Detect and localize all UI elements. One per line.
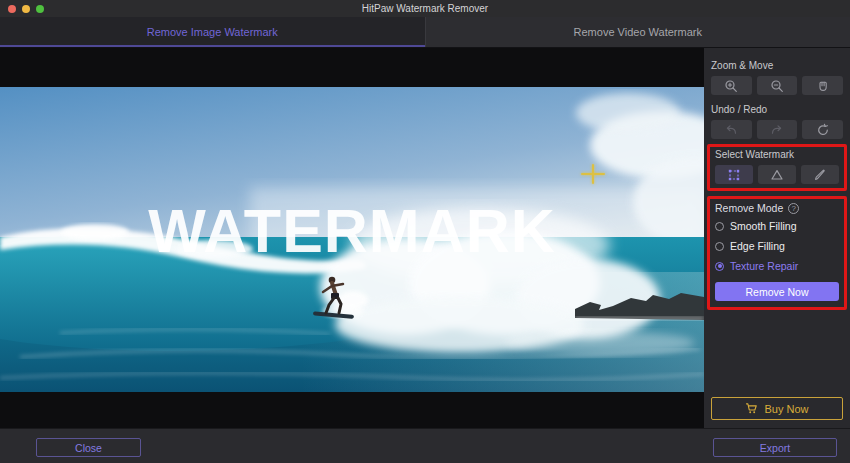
tab-label: Remove Video Watermark <box>574 26 702 38</box>
help-icon[interactable]: ? <box>788 203 799 214</box>
radio-label: Edge Filling <box>730 240 785 252</box>
select-watermark-highlight-box: Select Watermark <box>707 144 847 191</box>
titlebar: HitPaw Watermark Remover <box>0 0 850 17</box>
crosshair-cursor-icon <box>592 164 594 184</box>
close-button[interactable]: Close <box>36 438 141 457</box>
tab-bar: Remove Image Watermark Remove Video Wate… <box>0 17 850 48</box>
zoom-move-buttons <box>711 76 843 95</box>
radio-edge-filling[interactable]: Edge Filling <box>715 238 839 254</box>
triangle-icon <box>770 168 784 182</box>
polygon-select-button[interactable] <box>758 165 796 184</box>
radio-smooth-filling[interactable]: Smooth Filling <box>715 218 839 234</box>
tab-remove-image-watermark[interactable]: Remove Image Watermark <box>0 17 425 47</box>
zoom-in-button[interactable] <box>711 76 752 95</box>
hand-icon <box>816 79 830 93</box>
cart-icon <box>745 402 758 415</box>
redo-button[interactable] <box>757 120 798 139</box>
redo-icon <box>770 123 784 137</box>
brush-select-button[interactable] <box>801 165 839 184</box>
radio-label: Smooth Filling <box>730 220 797 232</box>
image-canvas[interactable]: WATERMARK <box>0 48 704 428</box>
zoom-out-button[interactable] <box>757 76 798 95</box>
preview-photo: WATERMARK <box>0 87 704 392</box>
radio-circle <box>715 222 724 231</box>
undo-redo-label: Undo / Redo <box>711 104 843 115</box>
undo-button[interactable] <box>711 120 752 139</box>
select-watermark-buttons <box>715 165 839 184</box>
tab-remove-video-watermark[interactable]: Remove Video Watermark <box>425 17 850 47</box>
reset-icon <box>816 123 830 137</box>
marquee-select-button[interactable] <box>715 165 753 184</box>
zoom-in-icon <box>724 79 738 93</box>
workspace: WATERMARK Zoom & Move <box>0 48 850 428</box>
footer-bar: Close Export <box>0 428 850 463</box>
hand-tool-button[interactable] <box>802 76 843 95</box>
remove-mode-highlight-box: Remove Mode ? Smooth Filling Edge Fillin… <box>707 196 847 310</box>
undo-redo-buttons <box>711 120 843 139</box>
app-window: HitPaw Watermark Remover Remove Image Wa… <box>0 0 850 463</box>
radio-texture-repair[interactable]: Texture Repair <box>715 258 839 274</box>
radio-circle <box>715 262 724 271</box>
reset-button[interactable] <box>802 120 843 139</box>
buy-now-button[interactable]: Buy Now <box>711 397 843 420</box>
tab-label: Remove Image Watermark <box>147 26 278 38</box>
watermark-overlay-text: WATERMARK <box>0 201 704 262</box>
remove-now-button[interactable]: Remove Now <box>715 282 839 301</box>
select-watermark-label: Select Watermark <box>715 149 839 160</box>
window-title: HitPaw Watermark Remover <box>0 0 850 17</box>
buy-now-label: Buy Now <box>764 403 808 415</box>
remove-mode-header: Remove Mode ? <box>715 202 839 214</box>
undo-icon <box>724 123 738 137</box>
export-button[interactable]: Export <box>713 438 837 457</box>
zoom-out-icon <box>770 79 784 93</box>
sidebar: Zoom & Move <box>704 48 850 428</box>
brush-icon <box>813 168 827 182</box>
remove-mode-label: Remove Mode <box>715 202 783 214</box>
radio-circle <box>715 242 724 251</box>
radio-label: Texture Repair <box>730 260 798 272</box>
zoom-move-label: Zoom & Move <box>711 60 843 71</box>
marquee-icon <box>727 168 741 182</box>
